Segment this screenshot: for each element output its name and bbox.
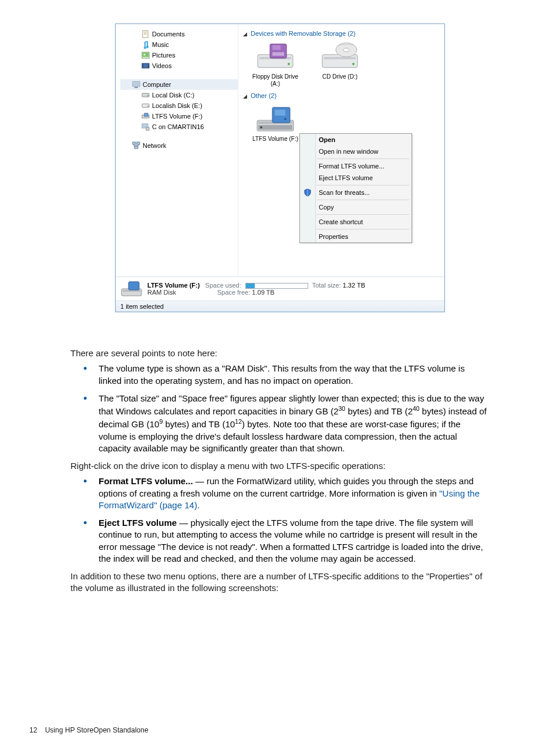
- svg-rect-18: [144, 113, 148, 116]
- page-footer: 12 Using HP StoreOpen Standalone: [29, 726, 149, 734]
- nav-label: Local Disk (C:): [152, 92, 194, 99]
- svg-rect-21: [146, 127, 149, 130]
- menu-eject-ltfs[interactable]: Eject LTFS volume: [300, 172, 411, 184]
- collapse-icon: ◢: [243, 93, 247, 99]
- ltfs-drive-icon: [120, 281, 143, 297]
- nav-item-c-on-cmartin16[interactable]: C on CMARTIN16: [120, 121, 238, 132]
- nav-pane: Documents Music Pictures: [116, 24, 238, 276]
- drive-item-cd-d[interactable]: CD Drive (D:): [313, 42, 366, 87]
- computer-icon: [132, 80, 140, 89]
- drive-item-ltfs-f[interactable]: LTFS Volume (F:): [249, 104, 302, 143]
- svg-rect-12: [134, 87, 138, 88]
- svg-point-33: [352, 63, 355, 65]
- svg-rect-13: [142, 93, 149, 97]
- nav-label: C on CMARTIN16: [152, 123, 204, 130]
- svg-rect-30: [272, 52, 284, 56]
- svg-point-6: [144, 54, 146, 56]
- svg-point-14: [147, 95, 149, 96]
- svg-rect-5: [143, 53, 149, 57]
- svg-rect-23: [137, 142, 140, 144]
- space-used-label: Space used:: [205, 282, 241, 289]
- menu-format-ltfs[interactable]: Format LTFS volume...: [300, 160, 411, 172]
- svg-point-16: [147, 106, 149, 107]
- nav-label: Localish Disk (E:): [152, 102, 203, 109]
- bullet-size-note: The "Total size" and "Space free" figure…: [90, 393, 490, 454]
- nav-label: Videos: [152, 62, 171, 69]
- page-number: 12: [29, 726, 37, 734]
- nav-item-local-disk-c[interactable]: Local Disk (C:): [120, 90, 238, 100]
- collapse-icon: ◢: [243, 31, 247, 37]
- total-size-value: 1.32 TB: [343, 282, 365, 289]
- nav-item-localish-disk-e[interactable]: Localish Disk (E:): [120, 100, 238, 111]
- nav-item-pictures[interactable]: Pictures: [120, 50, 238, 60]
- details-name: LTFS Volume (F:): [147, 282, 200, 289]
- space-free-value: 1.09 TB: [252, 289, 274, 296]
- music-icon: [141, 40, 150, 49]
- drive-label: CD Drive (D:): [322, 73, 357, 80]
- menu-scan-threats[interactable]: Scan for threats...: [300, 187, 411, 198]
- svg-rect-3: [144, 34, 147, 35]
- bullet-format: Format LTFS volume... — run the FormatWi…: [90, 475, 490, 511]
- nav-label: LTFS Volume (F:): [152, 113, 203, 120]
- floppy-drive-icon: [255, 42, 296, 71]
- hdd-icon: [141, 102, 150, 110]
- menu-properties[interactable]: Properties: [300, 231, 411, 242]
- svg-point-27: [288, 63, 290, 65]
- space-free-label: Space free:: [217, 289, 250, 296]
- svg-point-42: [284, 118, 286, 120]
- drive-label: LTFS Volume (F:): [252, 136, 298, 142]
- space-usage-bar: [245, 283, 308, 289]
- nav-item-computer[interactable]: Computer: [120, 79, 238, 90]
- nav-item-videos[interactable]: Videos: [120, 60, 238, 71]
- tape-drive-icon: [141, 112, 150, 120]
- status-bar: 1 item selected: [116, 301, 444, 312]
- drive-label: Floppy Disk Drive (A:): [252, 73, 298, 87]
- nav-item-music[interactable]: Music: [120, 39, 238, 50]
- footer-title: Using HP StoreOpen Standalone: [45, 726, 149, 734]
- svg-rect-24: [134, 146, 138, 148]
- svg-rect-38: [258, 125, 292, 130]
- svg-rect-11: [133, 82, 139, 86]
- menu-create-shortcut[interactable]: Create shortcut: [300, 216, 411, 228]
- nav-label: Music: [152, 41, 169, 48]
- main-view: ◢ Devices with Removable Storage (2) Flo…: [238, 24, 444, 276]
- svg-rect-9: [148, 63, 149, 68]
- svg-rect-45: [129, 282, 139, 290]
- svg-rect-2: [144, 33, 147, 33]
- context-menu: Open Open in new window Format LTFS volu…: [299, 133, 412, 243]
- nav-item-network[interactable]: Network: [120, 140, 238, 151]
- group-label: Other (2): [251, 92, 276, 99]
- nav-label: Computer: [143, 81, 171, 88]
- bullet-ram-disk: The volume type is shown as a "RAM Disk"…: [90, 363, 490, 387]
- menu-open-new-window[interactable]: Open in new window: [300, 146, 411, 157]
- menu-copy[interactable]: Copy: [300, 201, 411, 213]
- pictures-icon: [141, 51, 150, 59]
- drive-item-floppy-a[interactable]: Floppy Disk Drive (A:): [249, 42, 302, 87]
- menu-open[interactable]: Open: [300, 134, 411, 146]
- svg-rect-31: [322, 55, 357, 67]
- group-other-header[interactable]: ◢ Other (2): [243, 91, 440, 100]
- bullet-eject: Eject LTFS volume — physically eject the…: [90, 517, 490, 565]
- network-icon: [132, 141, 140, 150]
- explorer-window: Documents Music Pictures: [115, 23, 445, 312]
- paragraph-intro: There are several points to note here:: [70, 347, 490, 359]
- nav-label: Documents: [152, 31, 185, 38]
- nav-item-documents[interactable]: Documents: [120, 29, 238, 39]
- ltfs-drive-icon: [255, 104, 296, 133]
- cd-drive-icon: [319, 42, 360, 71]
- total-size-label: Total size:: [312, 282, 341, 289]
- details-type: RAM Disk: [147, 289, 176, 296]
- svg-rect-32: [324, 57, 356, 59]
- document-icon: [141, 30, 150, 38]
- group-removable-header[interactable]: ◢ Devices with Removable Storage (2): [243, 29, 440, 38]
- videos-icon: [141, 62, 150, 70]
- nav-item-ltfs-volume-f[interactable]: LTFS Volume (F:): [120, 111, 238, 121]
- svg-rect-20: [143, 124, 147, 127]
- svg-point-35: [343, 48, 349, 52]
- shield-icon: [303, 188, 312, 197]
- paragraph-right-click: Right-click on the drive icon to display…: [70, 460, 490, 472]
- svg-rect-22: [133, 142, 136, 144]
- svg-rect-29: [272, 45, 281, 50]
- network-drive-icon: [141, 123, 150, 131]
- svg-point-39: [260, 126, 262, 129]
